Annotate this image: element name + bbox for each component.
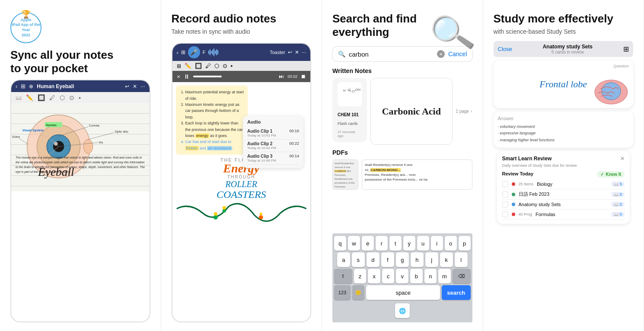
- carbonic-acid-card[interactable]: Carbonic Acid: [370, 78, 453, 145]
- audio-clip-2[interactable]: Audio Clip 2 Today at 10:44 PM 00:22: [247, 140, 299, 152]
- key-h[interactable]: h: [411, 252, 424, 267]
- anatomy-name: Anatomy study Sets: [519, 202, 608, 207]
- clip-1-name: Audio Clip 1: [247, 129, 276, 134]
- key-search[interactable]: search: [442, 285, 470, 300]
- mic-button[interactable]: 🎤: [188, 46, 200, 58]
- svg-point-31: [602, 83, 621, 100]
- key-globe[interactable]: 🌐: [395, 303, 410, 318]
- progress-bar-fill: [193, 76, 222, 77]
- add-icon[interactable]: ⊕: [29, 83, 33, 89]
- panel-study: Study more effectively with science-base…: [483, 0, 644, 331]
- more-icon-2[interactable]: ···: [302, 49, 306, 55]
- pen-icon[interactable]: ✏️: [26, 94, 33, 101]
- close-study-button[interactable]: Close: [498, 46, 512, 52]
- question-label: Question: [613, 64, 629, 68]
- key-t[interactable]: t: [389, 236, 402, 251]
- key-u[interactable]: u: [417, 236, 429, 251]
- review-item-formulas[interactable]: 40 Prog Formulas 📖 5: [502, 210, 625, 220]
- eraser-sub-icon[interactable]: 🔲: [195, 63, 202, 69]
- color-sub-icon[interactable]: ▪️: [231, 63, 233, 69]
- undo-icon[interactable]: ↩: [125, 83, 129, 89]
- key-n[interactable]: n: [424, 269, 437, 283]
- grid-study-icon[interactable]: ⊞: [623, 45, 629, 53]
- key-g[interactable]: g: [396, 252, 409, 267]
- key-i[interactable]: i: [431, 236, 443, 251]
- key-z[interactable]: z: [354, 269, 367, 283]
- lasso-sub-icon[interactable]: ⊙: [223, 63, 227, 69]
- audio-clip-1[interactable]: Audio Clip 1 Today at 10:43 PM 00:16: [247, 127, 299, 140]
- written-notes-section: Written Notes H O C OH CHEM 101 Flash ca…: [332, 67, 472, 145]
- key-s[interactable]: s: [352, 252, 365, 267]
- checkbox-japanese[interactable]: [502, 191, 508, 197]
- key-r[interactable]: r: [376, 236, 388, 251]
- panel4-heading: Study more effectively: [494, 12, 634, 25]
- flashcard-result[interactable]: H O C OH CHEM 101 Flash cards 27 seconds…: [332, 78, 367, 142]
- key-y[interactable]: y: [403, 236, 415, 251]
- formulas-icon: 📖: [614, 212, 618, 216]
- bio-num: 5: [620, 182, 622, 186]
- checkbox-anatomy[interactable]: [502, 201, 508, 207]
- play-pause-icon[interactable]: ⏸: [184, 73, 190, 80]
- key-e[interactable]: e: [362, 236, 374, 251]
- dot-japanese: [512, 193, 515, 196]
- review-item-biology[interactable]: 25 Items Biology 📖 5: [502, 179, 625, 189]
- audio-clip-3[interactable]: Audio Clip 3 Today at 10:48 PM 00:14: [247, 152, 299, 165]
- stop-icon[interactable]: ✕: [177, 74, 180, 79]
- key-l[interactable]: l: [455, 252, 468, 267]
- key-m[interactable]: m: [438, 269, 451, 283]
- review-item-japanese[interactable]: 日語 Feb 2023 📖 5: [502, 189, 625, 200]
- pen-sub-icon[interactable]: ✏️: [185, 63, 191, 69]
- lasso-icon[interactable]: ⊙: [69, 94, 74, 101]
- frontal-lobe-text: Frontal lobe: [539, 79, 587, 90]
- key-v[interactable]: v: [396, 269, 408, 283]
- shapes-icon[interactable]: ⬡: [60, 94, 65, 101]
- shapes-sub-icon[interactable]: ⬡: [214, 63, 219, 69]
- chevron-right-icon: ›: [471, 109, 472, 114]
- more-icon[interactable]: ···: [140, 83, 145, 89]
- key-space[interactable]: space: [366, 285, 440, 300]
- key-delete[interactable]: ⌫: [453, 269, 471, 283]
- key-x[interactable]: x: [368, 269, 380, 283]
- key-123[interactable]: 123: [334, 285, 351, 300]
- search-input-value[interactable]: carbon: [349, 51, 434, 58]
- key-d[interactable]: d: [367, 252, 379, 267]
- checkbox-formulas[interactable]: [502, 211, 508, 217]
- close-smart-review[interactable]: ✕: [620, 156, 625, 162]
- notebooks-icon[interactable]: 📖: [16, 95, 22, 101]
- clip-2-duration: 00:22: [289, 141, 299, 150]
- page-text: 1 page: [456, 109, 469, 114]
- color-icon[interactable]: ▪️: [79, 94, 81, 101]
- eraser-icon[interactable]: 🔲: [38, 94, 45, 101]
- close-icon-2[interactable]: ✕: [295, 49, 299, 55]
- key-c[interactable]: c: [382, 269, 395, 283]
- back-icon-2[interactable]: ‹: [177, 49, 179, 56]
- highlighter-icon[interactable]: 🖊: [49, 94, 55, 101]
- record-stop-btn[interactable]: ⏹: [301, 73, 306, 80]
- key-p[interactable]: p: [459, 236, 471, 251]
- grid-sub-icon[interactable]: ⊞: [177, 63, 181, 69]
- key-k[interactable]: k: [440, 252, 453, 267]
- close-icon[interactable]: ✕: [133, 83, 137, 89]
- key-b[interactable]: b: [410, 269, 423, 283]
- undo-icon-2[interactable]: ↩: [288, 49, 292, 55]
- key-f[interactable]: f: [381, 252, 394, 267]
- japanese-name: 日語 Feb 2023: [519, 191, 608, 197]
- key-shift[interactable]: ⇧: [334, 269, 352, 283]
- back-icon[interactable]: ‹: [16, 83, 17, 89]
- checkbox-biology[interactable]: [502, 181, 508, 187]
- highlighter-sub-icon[interactable]: 🖊: [205, 63, 211, 69]
- key-j[interactable]: j: [425, 252, 438, 267]
- search-icon: 🔍: [338, 50, 345, 58]
- grid-icon[interactable]: ⊞: [21, 83, 26, 89]
- deck-subtitle: 5 cards in review: [543, 50, 593, 54]
- skip-icon[interactable]: ⏭: [279, 73, 284, 80]
- key-q[interactable]: q: [334, 236, 346, 251]
- pdf-result[interactable]: shall Resident(s) remove fi one. CARBON-…: [332, 159, 472, 190]
- key-a[interactable]: a: [337, 252, 350, 267]
- key-w[interactable]: w: [348, 236, 360, 251]
- grid-icon-2[interactable]: ⊞: [181, 49, 185, 55]
- key-o[interactable]: o: [445, 236, 457, 251]
- flashcard-front[interactable]: Question Frontal lobe: [494, 60, 634, 108]
- key-emoji[interactable]: 🙂: [352, 285, 364, 300]
- review-item-anatomy[interactable]: Anatomy study Sets 📖 5: [502, 200, 625, 210]
